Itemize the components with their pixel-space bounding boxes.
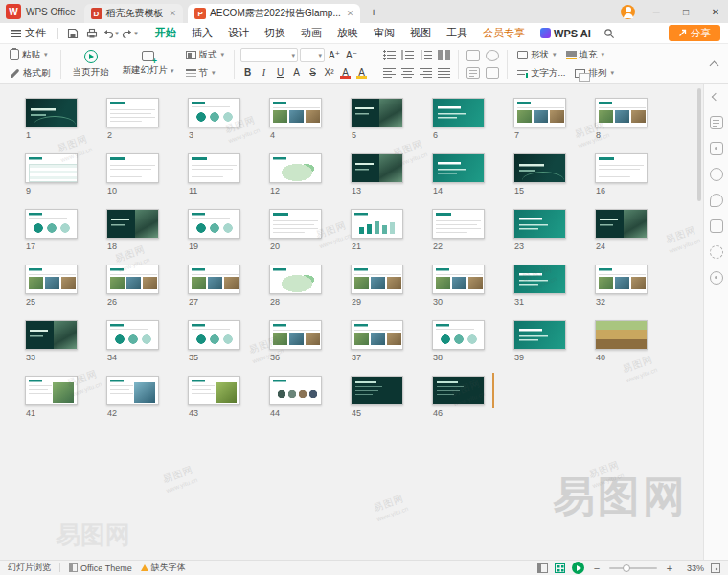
font-style-button-4[interactable]: A bbox=[289, 65, 304, 80]
fit-to-window-icon[interactable] bbox=[711, 564, 720, 573]
slide-thumbnail-28[interactable] bbox=[269, 264, 322, 294]
toolbar-extra-button[interactable] bbox=[465, 65, 482, 80]
file-menu-button[interactable]: 文件 bbox=[6, 26, 52, 40]
menu-tab-视图[interactable]: 视图 bbox=[403, 24, 438, 42]
align-center-button[interactable] bbox=[399, 65, 416, 80]
shape-button[interactable]: 形状 ▾ bbox=[513, 47, 560, 62]
justify-button[interactable] bbox=[436, 65, 452, 80]
zoom-in-button[interactable]: + bbox=[664, 563, 675, 574]
columns-button[interactable] bbox=[436, 48, 452, 62]
highlight-color-button[interactable]: A bbox=[354, 65, 369, 80]
slide-thumbnail-12[interactable] bbox=[269, 153, 322, 183]
selection-pane-icon[interactable] bbox=[710, 219, 723, 233]
close-tab-icon[interactable]: ✕ bbox=[170, 9, 177, 18]
zoom-out-button[interactable]: − bbox=[591, 563, 603, 574]
slide-thumbnail-34[interactable] bbox=[106, 320, 159, 350]
slide-thumbnail-33[interactable] bbox=[25, 320, 78, 350]
font-size-select[interactable]: ▾ bbox=[300, 48, 325, 62]
slide-thumbnail-27[interactable] bbox=[188, 264, 240, 294]
menu-tab-工具[interactable]: 工具 bbox=[440, 24, 474, 42]
font-name-select[interactable]: ▾ bbox=[240, 48, 298, 62]
line-spacing-button[interactable] bbox=[418, 48, 434, 62]
font-style-button-1[interactable]: B bbox=[240, 65, 255, 80]
slide-thumbnail-44[interactable] bbox=[269, 376, 322, 405]
slide-thumbnail-29[interactable] bbox=[351, 264, 403, 294]
slide-thumbnail-39[interactable] bbox=[513, 320, 566, 350]
slide-thumbnail-1[interactable] bbox=[25, 98, 78, 127]
zoom-slider[interactable] bbox=[609, 567, 657, 569]
print-button[interactable] bbox=[83, 25, 100, 41]
slide-thumbnail-10[interactable] bbox=[106, 153, 159, 183]
section-button[interactable]: 节 ▾ bbox=[182, 65, 229, 80]
decrease-font-button[interactable]: A⁻ bbox=[344, 48, 359, 62]
slide-thumbnail-23[interactable] bbox=[513, 209, 566, 239]
slide-thumbnail-31[interactable] bbox=[513, 264, 566, 294]
slide-thumbnail-42[interactable] bbox=[106, 376, 159, 405]
paste-button[interactable]: 粘贴 ▾ bbox=[6, 47, 55, 62]
menu-tab-WPS AI[interactable]: WPS AI bbox=[534, 26, 598, 41]
font-style-button-6[interactable]: X² bbox=[322, 65, 336, 80]
font-style-button-2[interactable]: I bbox=[257, 65, 271, 80]
resources-icon[interactable] bbox=[710, 271, 723, 285]
help-icon[interactable] bbox=[710, 245, 723, 259]
skin-icon[interactable] bbox=[710, 142, 723, 155]
slide-thumbnail-24[interactable] bbox=[595, 209, 648, 239]
maximize-button[interactable]: □ bbox=[673, 0, 698, 23]
menu-tab-放映[interactable]: 放映 bbox=[330, 24, 365, 42]
slide-thumbnail-32[interactable] bbox=[595, 264, 648, 294]
font-style-button-3[interactable]: U bbox=[273, 65, 287, 80]
slide-thumbnail-21[interactable] bbox=[351, 209, 403, 239]
undo-button[interactable]: ▾ bbox=[102, 25, 119, 41]
new-slide-button[interactable]: 新建幻灯片▾ bbox=[117, 46, 180, 82]
menu-tab-开始[interactable]: 开始 bbox=[148, 24, 183, 42]
format-painter-button[interactable]: 格式刷 bbox=[6, 65, 55, 80]
slide-thumbnail-40[interactable] bbox=[595, 320, 648, 350]
slide-thumbnail-4[interactable] bbox=[269, 98, 322, 127]
align-right-button[interactable] bbox=[418, 65, 434, 80]
slide-thumbnail-3[interactable] bbox=[188, 98, 240, 127]
numbering-button[interactable] bbox=[399, 48, 416, 62]
properties-icon[interactable] bbox=[710, 116, 723, 129]
slide-thumbnail-18[interactable] bbox=[106, 209, 159, 239]
slide-thumbnail-38[interactable] bbox=[432, 320, 485, 350]
fill-button[interactable]: 填充 ▾ bbox=[562, 47, 609, 62]
slide-thumbnail-46[interactable] bbox=[432, 376, 485, 405]
slide-thumbnail-36[interactable] bbox=[269, 320, 322, 350]
slide-thumbnail-19[interactable] bbox=[188, 209, 240, 239]
slide-thumbnail-26[interactable] bbox=[106, 264, 159, 294]
slide-thumbnail-22[interactable] bbox=[432, 209, 485, 239]
menu-tab-插入[interactable]: 插入 bbox=[185, 24, 219, 42]
slide-thumbnail-6[interactable] bbox=[432, 98, 485, 127]
minimize-button[interactable]: ─ bbox=[644, 0, 669, 23]
missing-font-warning[interactable]: 缺失字体 bbox=[141, 562, 186, 574]
sidebar-collapse-icon[interactable] bbox=[710, 90, 723, 104]
save-button[interactable] bbox=[64, 25, 80, 41]
slide-thumbnail-9[interactable] bbox=[25, 153, 78, 183]
slide-sorter-view-button[interactable] bbox=[555, 564, 565, 573]
menu-tab-会员专享[interactable]: 会员专享 bbox=[476, 24, 532, 42]
menu-tab-切换[interactable]: 切换 bbox=[258, 24, 292, 42]
redo-button[interactable]: ▾ bbox=[122, 25, 138, 41]
slide-thumbnail-2[interactable] bbox=[106, 98, 159, 127]
slide-thumbnail-20[interactable] bbox=[269, 209, 322, 239]
slide-thumbnail-43[interactable] bbox=[188, 376, 240, 405]
collapse-ribbon-icon[interactable] bbox=[707, 57, 722, 72]
align-left-button[interactable] bbox=[381, 65, 398, 80]
text-direction-button[interactable]: 文字方... bbox=[513, 65, 569, 80]
search-icon[interactable] bbox=[601, 25, 618, 42]
slide-thumbnail-45[interactable] bbox=[351, 376, 403, 405]
slide-thumbnail-13[interactable] bbox=[351, 153, 403, 183]
bullets-button[interactable] bbox=[381, 48, 398, 62]
zoom-slider-knob[interactable] bbox=[623, 564, 630, 572]
slide-thumbnail-37[interactable] bbox=[351, 320, 403, 350]
wps-logo-icon[interactable]: W bbox=[6, 4, 21, 19]
doc-tab-presentation[interactable]: P AECOM露营2022报告Glamp... ✕ bbox=[188, 4, 360, 23]
increase-font-button[interactable]: A⁺ bbox=[327, 48, 342, 62]
slide-thumbnail-41[interactable] bbox=[25, 376, 78, 405]
user-avatar[interactable] bbox=[621, 5, 635, 19]
slide-thumbnail-14[interactable] bbox=[432, 153, 485, 183]
slide-thumbnail-8[interactable] bbox=[595, 98, 648, 127]
slide-thumbnail-35[interactable] bbox=[188, 320, 240, 350]
slide-thumbnail-25[interactable] bbox=[25, 264, 78, 294]
slide-thumbnail-15[interactable] bbox=[513, 153, 566, 183]
